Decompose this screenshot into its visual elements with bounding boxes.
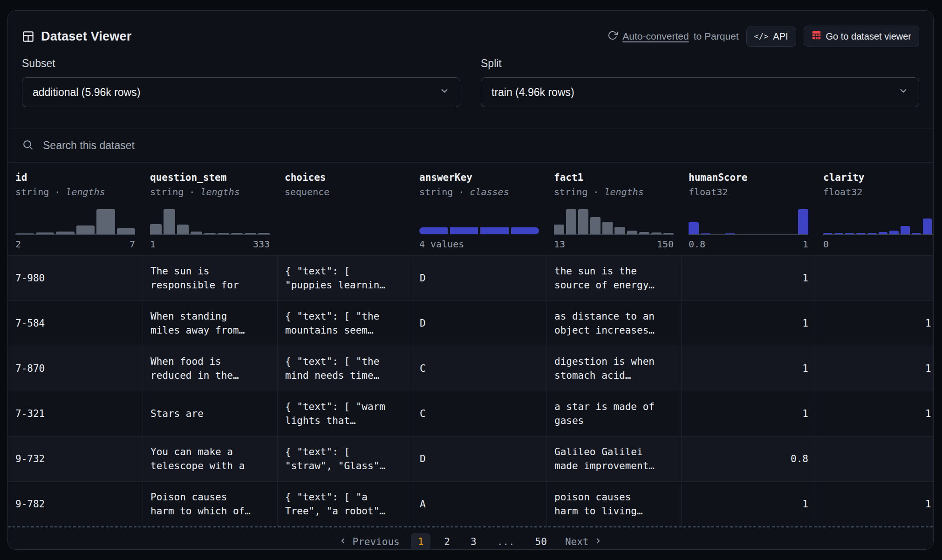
go-to-dataset-viewer-button[interactable]: Go to dataset viewer [804, 26, 919, 47]
cell-clarity [816, 256, 934, 300]
chevron-left-icon [339, 536, 347, 547]
search-input[interactable] [43, 139, 919, 152]
cell-choices: { "text": [ "puppies learnin… [277, 256, 412, 300]
config-selectors: Subset additional (5.96k rows) Split tra… [8, 57, 933, 107]
cell-question-stem: When food is reduced in the… [143, 346, 277, 391]
api-button[interactable]: </> API [746, 27, 796, 47]
histogram [150, 209, 270, 235]
cell-fact1: Galileo Galilei made improvement… [546, 437, 681, 481]
refresh-icon [608, 30, 618, 43]
column-header-fact1: fact1 string · lengths 13150 [546, 163, 681, 255]
cell-humanscore: 1 [681, 391, 816, 436]
cell-answerkey: A [412, 482, 546, 526]
cell-fact1: poison causes harm to living… [546, 482, 681, 526]
cell-humanscore: 1 [681, 346, 816, 391]
chevron-down-icon [898, 86, 908, 99]
cell-humanscore: 1 [681, 482, 816, 526]
dataset-viewer-card: Dataset Viewer Auto-converted to Parquet… [7, 10, 934, 550]
cell-humanscore: 0.8 [681, 437, 816, 481]
chevron-down-icon [439, 86, 450, 99]
next-page-button[interactable]: Next [560, 533, 608, 550]
page-button-50[interactable]: 50 [528, 533, 554, 550]
table-row[interactable]: 7-870 When food is reduced in the… { "te… [8, 346, 934, 391]
cell-answerkey: D [412, 437, 546, 481]
table-row[interactable]: 7-321 Stars are { "text": [ "warm lights… [8, 391, 934, 436]
page-button-1[interactable]: 1 [411, 533, 431, 550]
cell-id: 9-782 [8, 482, 143, 526]
previous-page-button[interactable]: Previous [334, 533, 404, 550]
page-title: Dataset Viewer [22, 29, 131, 44]
cell-question-stem: You can make a telescope with a [143, 437, 277, 481]
table-row[interactable]: 7-980 The sun is responsible for { "text… [8, 255, 934, 300]
cell-choices: { "text": [ "straw", "Glass"… [277, 437, 412, 481]
histogram [823, 209, 934, 235]
code-icon: </> [754, 32, 769, 41]
subset-label: Subset [22, 57, 460, 70]
card-header: Dataset Viewer Auto-converted to Parquet… [8, 11, 933, 47]
column-header-humanscore: humanScore float32 0.81 [681, 163, 816, 255]
class-distribution-bar [419, 227, 539, 234]
cell-question-stem: The sun is responsible for [143, 256, 277, 300]
cell-id: 9-732 [8, 437, 143, 481]
column-header-question-stem: question_stem string · lengths 1333 [143, 163, 277, 255]
cell-choices: { "text": [ "the mind needs time… [277, 346, 412, 391]
cell-humanscore: 1 [681, 301, 816, 346]
auto-converted-rest: to Parquet [694, 31, 739, 42]
cell-answerkey: C [412, 346, 546, 391]
cell-clarity: 1.0 [816, 391, 934, 436]
subset-select[interactable]: additional (5.96k rows) [22, 77, 460, 107]
cell-clarity: 1.0 [816, 301, 934, 346]
column-header-id: id string · lengths 27 [8, 163, 143, 255]
table-row[interactable]: 9-782 Poison causes harm to which of… { … [8, 481, 934, 526]
cell-clarity [816, 437, 934, 481]
page-title-text: Dataset Viewer [41, 29, 131, 44]
chevron-right-icon [594, 536, 602, 547]
column-header-answerkey: answerKey string · classes 4 values [412, 163, 546, 255]
table-body: 7-980 The sun is responsible for { "text… [8, 255, 934, 526]
histogram [689, 209, 808, 235]
table-row[interactable]: 9-732 You can make a telescope with a { … [8, 436, 934, 481]
split-group: Split train (4.96k rows) [481, 57, 919, 107]
histogram [15, 209, 135, 235]
cell-fact1: digestion is when stomach acid… [546, 346, 681, 391]
subset-group: Subset additional (5.96k rows) [22, 57, 460, 107]
auto-converted-note: Auto-converted to Parquet [608, 30, 738, 43]
cell-answerkey: D [412, 256, 546, 300]
cell-answerkey: C [412, 391, 546, 436]
cell-choices: { "text": [ "warm lights that… [277, 391, 412, 436]
cell-answerkey: D [412, 301, 546, 346]
split-select[interactable]: train (4.96k rows) [481, 77, 919, 107]
cell-humanscore: 1 [681, 256, 816, 300]
pagination: Previous 1 2 3 ... 50 Next [8, 527, 933, 550]
page-button-2[interactable]: 2 [437, 533, 457, 550]
histogram [554, 209, 674, 235]
cell-clarity: 1.0 [816, 346, 934, 391]
column-header-clarity: clarity float32 01 [816, 163, 934, 255]
cell-question-stem: Stars are [143, 391, 277, 436]
cell-id: 7-980 [8, 256, 143, 300]
auto-converted-link[interactable]: Auto-converted [622, 31, 689, 42]
header-actions: Auto-converted to Parquet </> API G [608, 26, 919, 47]
cell-fact1: a star is made of gases [546, 391, 681, 436]
page-ellipsis: ... [490, 533, 522, 550]
cell-id: 7-321 [8, 391, 143, 436]
cell-clarity: 1.0 [816, 482, 934, 526]
column-header-choices: choices sequence [277, 163, 412, 255]
cell-id: 7-870 [8, 346, 143, 391]
page-button-3[interactable]: 3 [464, 533, 484, 550]
cell-question-stem: When standing miles away from… [143, 301, 277, 346]
table-icon [22, 30, 34, 43]
split-label: Split [481, 57, 919, 70]
search-icon [22, 139, 34, 152]
cell-choices: { "text": [ "a Tree", "a robot"… [277, 482, 412, 526]
cell-fact1: the sun is the source of energy… [546, 256, 681, 300]
table-row[interactable]: 7-584 When standing miles away from… { "… [8, 300, 934, 346]
search-bar [8, 129, 933, 162]
cell-question-stem: Poison causes harm to which of… [143, 482, 277, 526]
cell-choices: { "text": [ "the mountains seem… [277, 301, 412, 346]
cell-id: 7-584 [8, 301, 143, 346]
cell-fact1: as distance to an object increases… [546, 301, 681, 346]
red-grid-icon [812, 30, 821, 42]
table-header: id string · lengths 27 question_stem str… [8, 162, 934, 255]
